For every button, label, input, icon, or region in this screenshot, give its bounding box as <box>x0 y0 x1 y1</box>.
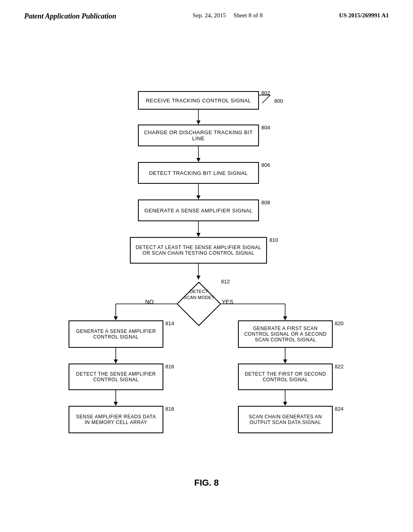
svg-marker-23 <box>283 402 287 406</box>
ref-818: 818 <box>165 406 174 412</box>
svg-marker-21 <box>283 360 287 364</box>
ref-802: 802 <box>261 90 270 96</box>
box-806: DETECT TRACKING BIT LINE SIGNAL <box>138 162 259 184</box>
ref-820: 820 <box>335 320 344 326</box>
ref-824: 824 <box>335 406 344 412</box>
box-804: CHARGE OR DISCHARGE TRACKING BIT LINE <box>138 125 259 146</box>
svg-marker-12 <box>114 316 118 320</box>
box-820: GENERATE A FIRST SCAN CONTROL SIGNAL OR … <box>238 320 333 348</box>
ref-816: 816 <box>165 364 174 370</box>
box-822: DETECT THE FIRST OR SECOND CONTROL SIGNA… <box>238 364 333 390</box>
box-814: GENERATE A SENSE AMPLIFIER CONTROL SIGNA… <box>69 320 163 348</box>
box-816: DETECT THE SENSE AMPLIFIER CONTROL SIGNA… <box>69 364 163 390</box>
patent-number: US 2015/269991 A1 <box>339 12 389 19</box>
svg-marker-5 <box>196 195 200 200</box>
ref-814: 814 <box>165 320 174 326</box>
svg-marker-19 <box>114 402 118 406</box>
svg-line-25 <box>262 95 270 103</box>
figure-caption: FIG. 8 <box>194 478 219 488</box>
label-yes: YES <box>222 299 233 305</box>
flowchart-diagram: RECEIVE TRACKING CONTROL SIGNAL 802 800 … <box>0 25 413 500</box>
svg-marker-1 <box>196 121 200 125</box>
publication-label: Patent Application Publication <box>24 12 116 21</box>
ref-800: 800 <box>274 98 283 104</box>
box-810: DETECT AT LEAST THE SENSE AMPLIFIER SIGN… <box>130 237 267 264</box>
page-header: Patent Application Publication Sep. 24, … <box>0 0 413 21</box>
svg-marker-17 <box>114 360 118 364</box>
ref-806: 806 <box>261 162 270 168</box>
box-824: SCAN CHAIN GENERATES AN OUTPUT SCAN DATA… <box>238 406 333 433</box>
label-no: NO <box>145 299 154 305</box>
svg-marker-3 <box>196 158 200 162</box>
date-sheet: Sep. 24, 2015 Sheet 8 of 8 <box>193 12 263 19</box>
ref-822: 822 <box>335 364 344 370</box>
box-808: GENERATE A SENSE AMPLIFIER SIGNAL <box>138 200 259 221</box>
svg-marker-7 <box>196 233 200 237</box>
ref-812: 812 <box>221 278 230 285</box>
ref-804: 804 <box>261 125 270 131</box>
ref-808: 808 <box>261 200 270 206</box>
svg-marker-9 <box>196 276 200 280</box>
box-818: SENSE AMPLIFIER READS DATA IN MEMORY CEL… <box>69 406 163 433</box>
ref-810: 810 <box>269 237 278 243</box>
box-802: RECEIVE TRACKING CONTROL SIGNAL <box>138 91 259 110</box>
diamond-812: DETECT SCAN MODE? <box>179 280 218 328</box>
svg-marker-15 <box>283 316 287 320</box>
